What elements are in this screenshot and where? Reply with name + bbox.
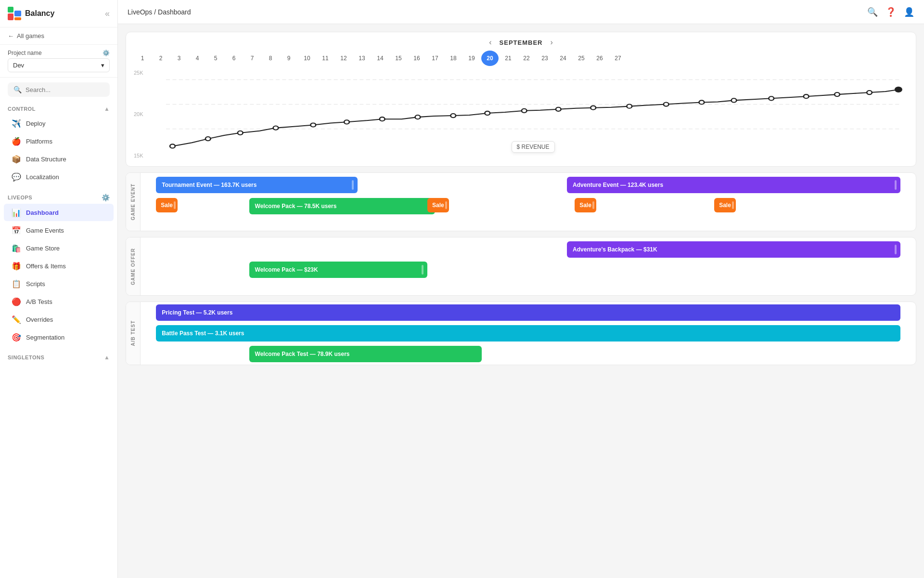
sidebar-item-offers-items-label: Offers & Items [26, 263, 66, 270]
adventure-event-bar[interactable]: Adventure Event — 123.4K users [567, 177, 900, 193]
game-event-panel: GAME EVENT Tournament Event — 163.7K use… [126, 172, 916, 231]
sidebar-item-localization[interactable]: 💬 Localization [4, 168, 114, 185]
user-button[interactable]: 👤 [904, 7, 914, 17]
day-cell-25[interactable]: 25 [573, 51, 590, 66]
month-label: SEPTEMBER [500, 39, 543, 46]
y-label-20k: 20K [134, 111, 143, 117]
day-cell-22[interactable]: 22 [518, 51, 535, 66]
sidebar-item-data-structure[interactable]: 📦 Data Structure [4, 150, 114, 168]
sale-badge-2[interactable]: Sale [427, 198, 449, 212]
day-cell-13[interactable]: 13 [353, 51, 371, 66]
welcome-pack-offer-label: Welcome Pack — $23K [255, 266, 318, 273]
welcome-pack-test-bar[interactable]: Welcome Pack Test — 78.9K users [249, 346, 482, 362]
help-button[interactable]: ❓ [886, 7, 896, 17]
revenue-chart-panel: ‹ SEPTEMBER › 12345678910111213141516171… [126, 32, 916, 167]
search-button[interactable]: 🔍 [867, 7, 878, 17]
day-cell-7[interactable]: 7 [244, 51, 261, 66]
sidebar-item-game-events[interactable]: 📅 Game Events [4, 222, 114, 239]
svg-rect-0 [8, 13, 13, 20]
y-label-25k: 25K [134, 70, 143, 76]
game-offer-panel: GAME OFFER Welcome Pack — $23K Adventure… [126, 237, 916, 296]
game-offer-label-col: GAME OFFER [126, 237, 141, 295]
sidebar-item-ab-tests[interactable]: 🔴 A/B Tests [4, 293, 114, 310]
day-cell-3[interactable]: 3 [170, 51, 188, 66]
day-cell-21[interactable]: 21 [500, 51, 517, 66]
sidebar-item-scripts[interactable]: 📋 Scripts [4, 275, 114, 292]
bar-handle-backpack [895, 245, 897, 254]
sidebar-item-game-store[interactable]: 🛍️ Game Store [4, 239, 114, 257]
day-cell-23[interactable]: 23 [536, 51, 553, 66]
day-cell-9[interactable]: 9 [280, 51, 297, 66]
sale-label-3: Sale [579, 202, 591, 209]
sidebar-item-game-store-label: Game Store [26, 245, 60, 252]
singletons-section-header: SINGLETONS ▲ [0, 350, 117, 363]
app-name: Balancy [25, 9, 54, 18]
prev-month-button[interactable]: ‹ [489, 38, 491, 47]
ab-test-content: Pricing Test — 5.2K users Battle Pass Te… [141, 302, 916, 365]
day-cell-27[interactable]: 27 [609, 51, 627, 66]
welcome-pack-bar[interactable]: Welcome Pack — 78.5K users [249, 198, 436, 214]
day-cell-19[interactable]: 19 [463, 51, 480, 66]
breadcrumb: LiveOps / Dashboard [128, 8, 191, 16]
day-cell-1[interactable]: 1 [134, 51, 151, 66]
sale-label-1: Sale [161, 202, 173, 209]
adventure-backpack-bar[interactable]: Adventure's Backpack — $31K [567, 241, 900, 258]
day-cell-5[interactable]: 5 [207, 51, 224, 66]
collapse-sidebar-button[interactable]: « [105, 9, 110, 19]
day-cell-24[interactable]: 24 [554, 51, 572, 66]
sale-label-2: Sale [432, 202, 444, 209]
env-select[interactable]: Dev ▾ [8, 58, 110, 72]
search-input[interactable] [26, 86, 104, 93]
day-cell-15[interactable]: 15 [390, 51, 407, 66]
sidebar-item-platforms[interactable]: 🍎 Platforms [4, 132, 114, 150]
day-cell-16[interactable]: 16 [408, 51, 425, 66]
sale-badge-3[interactable]: Sale [575, 198, 596, 212]
day-cell-17[interactable]: 17 [426, 51, 444, 66]
sidebar-item-segmentation[interactable]: 🎯 Segmentation [4, 328, 114, 346]
svg-point-14 [415, 115, 421, 119]
day-cell-14[interactable]: 14 [372, 51, 389, 66]
dashboard-icon: 📊 [12, 208, 21, 217]
day-cell-8[interactable]: 8 [262, 51, 279, 66]
liveops-nav: 📊 Dashboard 📅 Game Events 🛍️ Game Store … [0, 203, 117, 346]
day-cell-2[interactable]: 2 [152, 51, 169, 66]
svg-point-28 [895, 87, 901, 92]
sidebar-item-deploy[interactable]: ✈️ Deploy [4, 115, 114, 132]
liveops-settings-icon[interactable]: ⚙️ [102, 194, 110, 201]
svg-point-27 [867, 91, 872, 94]
day-cell-20[interactable]: 20 [481, 51, 499, 66]
sidebar-item-offers-items[interactable]: 🎁 Offers & Items [4, 257, 114, 275]
tournament-event-label: Tournament Event — 163.7K users [162, 182, 257, 188]
game-offer-section: GAME OFFER Welcome Pack — $23K Adventure… [126, 237, 916, 295]
day-cell-10[interactable]: 10 [298, 51, 316, 66]
liveops-section-header: LIVEOPS ⚙️ [0, 190, 117, 203]
settings-icon[interactable]: ⚙️ [103, 50, 110, 56]
sidebar-item-dashboard[interactable]: 📊 Dashboard [4, 204, 114, 221]
day-cell-6[interactable]: 6 [225, 51, 243, 66]
tournament-event-bar[interactable]: Tournament Event — 163.7K users [156, 177, 358, 193]
all-games-link[interactable]: ← All games [0, 27, 117, 45]
sale-badge-4[interactable]: Sale [714, 198, 736, 212]
day-cell-18[interactable]: 18 [445, 51, 462, 66]
battle-pass-bar[interactable]: Battle Pass Test — 3.1K users [156, 325, 900, 342]
sidebar-item-overrides[interactable]: ✏️ Overrides [4, 311, 114, 328]
welcome-pack-offer-bar[interactable]: Welcome Pack — $23K [249, 262, 428, 278]
day-cell-11[interactable]: 11 [317, 51, 334, 66]
game-offer-content: Welcome Pack — $23K Adventure's Backpack… [141, 237, 916, 295]
next-month-button[interactable]: › [550, 38, 552, 47]
svg-point-21 [664, 102, 669, 106]
pricing-test-bar[interactable]: Pricing Test — 5.2K users [156, 304, 900, 321]
day-cell-26[interactable]: 26 [591, 51, 608, 66]
calendar-nav: ‹ SEPTEMBER › [126, 32, 916, 47]
sale-badge-1[interactable]: Sale [156, 198, 178, 212]
sale-label-4: Sale [719, 202, 731, 209]
svg-point-17 [522, 109, 527, 113]
svg-point-16 [485, 111, 490, 115]
day-cell-4[interactable]: 4 [189, 51, 206, 66]
liveops-section-title: LIVEOPS [8, 195, 32, 200]
day-cell-12[interactable]: 12 [335, 51, 352, 66]
top-actions: 🔍 ❓ 👤 [867, 7, 914, 17]
svg-rect-1 [8, 7, 13, 13]
svg-point-7 [170, 144, 175, 148]
segmentation-icon: 🎯 [12, 332, 21, 342]
